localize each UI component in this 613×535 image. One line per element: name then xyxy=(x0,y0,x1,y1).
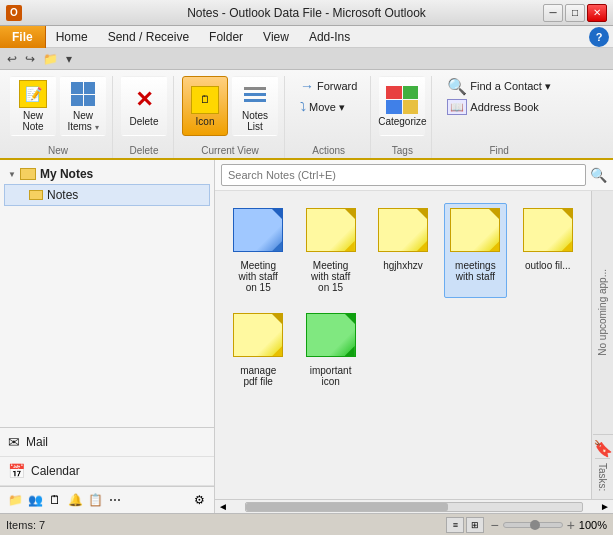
quick-access-toolbar: ↩ ↪ 📁 ▾ xyxy=(0,48,613,70)
note-label: Meeting with staff on 15 xyxy=(232,260,284,293)
file-menu[interactable]: File xyxy=(0,26,46,48)
note-item[interactable]: outloo fil... xyxy=(517,203,579,298)
note-label: manage pdf file xyxy=(232,365,284,387)
nav-bottom: ✉ Mail 📅 Calendar 📁 👥 🗒 🔔 📋 ⋯ ⚙ xyxy=(0,427,214,513)
note-corner xyxy=(272,314,282,324)
help-button[interactable]: ? xyxy=(589,27,609,47)
mail-nav-item[interactable]: ✉ Mail xyxy=(0,428,214,457)
new-note-button[interactable]: 📝 New Note xyxy=(10,76,56,136)
new-items-button[interactable]: NewItems ▾ xyxy=(60,76,106,136)
note-fold xyxy=(272,346,282,356)
tasks-label[interactable]: Tasks: xyxy=(595,458,610,495)
nav-icon-3[interactable]: 🗒 xyxy=(46,491,64,509)
note-corner xyxy=(345,209,355,219)
search-input[interactable] xyxy=(221,164,586,186)
actions-group-label: Actions xyxy=(312,145,345,156)
find-contact-label: Find a Contact ▾ xyxy=(470,80,551,93)
nav-icon-2[interactable]: 👥 xyxy=(26,491,44,509)
note-label: Meeting with staff on 15 xyxy=(304,260,356,293)
maximize-button[interactable]: □ xyxy=(565,4,585,22)
move-icon: ⤵ xyxy=(300,100,306,114)
calendar-nav-item[interactable]: 📅 Calendar xyxy=(0,457,214,486)
title-bar-buttons[interactable]: ─ □ ✕ xyxy=(543,4,607,22)
find-contact-button[interactable]: 🔍 Find a Contact ▾ xyxy=(440,76,558,96)
icon-view-label: Icon xyxy=(196,116,215,127)
home-menu[interactable]: Home xyxy=(46,26,98,48)
note-body xyxy=(233,208,283,252)
note-icon xyxy=(378,208,428,256)
ribbon-group-new-inner: 📝 New Note NewItems ▾ xyxy=(10,76,106,143)
close-button[interactable]: ✕ xyxy=(587,4,607,22)
horizontal-scrollbar[interactable]: ◄ ► xyxy=(215,499,613,513)
calendar-label: Calendar xyxy=(31,464,80,478)
mail-icon: ✉ xyxy=(8,434,20,450)
folder-button[interactable]: 📁 xyxy=(40,51,61,67)
zoom-area: − + 100% xyxy=(490,518,607,532)
categorize-label: Categorize xyxy=(378,116,426,127)
notes-item[interactable]: Notes xyxy=(4,184,210,206)
categorize-icon xyxy=(386,86,418,114)
ribbon-group-find-inner: 🔍 Find a Contact ▾ 📖 Address Book xyxy=(440,76,558,143)
search-button[interactable]: 🔍 xyxy=(590,167,607,183)
move-button[interactable]: ⤵ Move ▾ xyxy=(293,97,364,117)
note-body xyxy=(306,208,356,252)
notes-list-button[interactable]: Notes List xyxy=(232,76,278,136)
note-corner xyxy=(345,314,355,324)
scroll-right-button[interactable]: ► xyxy=(597,501,613,512)
scroll-left-button[interactable]: ◄ xyxy=(215,501,231,512)
note-fold xyxy=(489,241,499,251)
note-item[interactable]: manage pdf file xyxy=(227,308,289,392)
nav-tree: ▼ My Notes Notes xyxy=(0,160,214,427)
note-corner xyxy=(562,209,572,219)
note-item[interactable]: Meeting with staff on 15 xyxy=(299,203,361,298)
list-view-button[interactable]: ≡ xyxy=(446,517,464,533)
nav-icon-6[interactable]: ⋯ xyxy=(106,491,124,509)
note-label: hgjhxhzv xyxy=(383,260,422,271)
note-item[interactable]: important icon xyxy=(299,308,361,392)
redo-button[interactable]: ↪ xyxy=(22,51,38,67)
grid-view-button[interactable]: ⊞ xyxy=(466,517,484,533)
more-button[interactable]: ▾ xyxy=(63,51,75,67)
note-item[interactable]: hgjhxhzv xyxy=(372,203,434,298)
find-group-label: Find xyxy=(489,145,508,156)
scrollbar-thumb[interactable] xyxy=(246,503,448,511)
folder-menu[interactable]: Folder xyxy=(199,26,253,48)
delete-button[interactable]: ✕ Delete xyxy=(121,76,167,136)
minimize-button[interactable]: ─ xyxy=(543,4,563,22)
send-receive-menu[interactable]: Send / Receive xyxy=(98,26,199,48)
note-label: important icon xyxy=(304,365,356,387)
forward-button[interactable]: → Forward xyxy=(293,76,364,96)
zoom-slider[interactable] xyxy=(503,522,563,528)
note-fold xyxy=(345,346,355,356)
nav-configure-icon[interactable]: ⚙ xyxy=(190,491,208,509)
zoom-out-button[interactable]: − xyxy=(490,518,498,532)
ribbon: 📝 New Note NewItems ▾ New ✕ Delete Delet… xyxy=(0,70,613,160)
tasks-arrow-icon: 🔖 xyxy=(593,439,613,458)
categorize-button[interactable]: Categorize xyxy=(379,76,425,136)
address-book-button[interactable]: 📖 Address Book xyxy=(440,97,558,117)
my-notes-root[interactable]: ▼ My Notes xyxy=(4,164,210,184)
ribbon-group-tags: Categorize Tags xyxy=(373,76,432,158)
ribbon-group-current-view: 🗒 Icon Notes List Current View xyxy=(176,76,285,158)
nav-icon-1[interactable]: 📁 xyxy=(6,491,24,509)
undo-button[interactable]: ↩ xyxy=(4,51,20,67)
zoom-thumb[interactable] xyxy=(530,520,540,530)
icon-view-button[interactable]: 🗒 Icon xyxy=(182,76,228,136)
nav-icon-4[interactable]: 🔔 xyxy=(66,491,84,509)
scrollbar-track[interactable] xyxy=(245,502,583,512)
search-bar: 🔍 xyxy=(215,160,613,191)
view-menu[interactable]: View xyxy=(253,26,299,48)
note-body xyxy=(378,208,428,252)
add-ins-menu[interactable]: Add-Ins xyxy=(299,26,360,48)
nav-icon-5[interactable]: 📋 xyxy=(86,491,104,509)
ribbon-group-actions: → Forward ⤵ Move ▾ Actions xyxy=(287,76,371,158)
outlook-icon: O xyxy=(6,5,22,21)
sidebar: ▼ My Notes Notes ✉ Mail 📅 Calendar 📁 👥 🗒 xyxy=(0,160,215,513)
nav-bottom-icons: 📁 👥 🗒 🔔 📋 ⋯ ⚙ xyxy=(0,486,214,513)
title-text: Notes - Outlook Data File - Microsoft Ou… xyxy=(0,6,613,20)
note-icon xyxy=(450,208,500,256)
note-item[interactable]: Meeting with staff on 15 xyxy=(227,203,289,298)
note-icon xyxy=(233,313,283,361)
note-item[interactable]: meetings with staff xyxy=(444,203,506,298)
zoom-in-button[interactable]: + xyxy=(567,518,575,532)
